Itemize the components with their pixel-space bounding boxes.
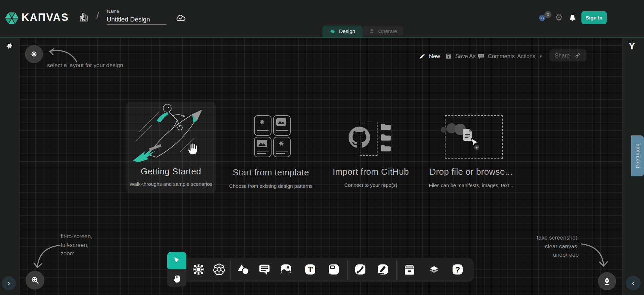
question-mark-icon: ?	[451, 263, 464, 276]
tab-operate-label: Operate	[378, 28, 397, 34]
hint-line: clear canvas,	[524, 242, 579, 251]
text-glyph: T	[308, 265, 313, 274]
expand-left-panel-button[interactable]: ›	[2, 276, 16, 290]
card-title: Getting Started	[126, 166, 216, 177]
card-subtitle: Choose from existing design patterns	[220, 183, 321, 189]
left-panel-strip	[0, 38, 20, 295]
archive-drawer-icon	[402, 262, 417, 277]
comment-bubble-icon	[258, 263, 271, 276]
layout-hint-text: select a layout for your design	[47, 62, 123, 69]
hand-cursor-icon	[186, 140, 200, 156]
folder-icon	[380, 133, 391, 141]
pen-nib-icon	[603, 277, 611, 286]
new-label: New	[429, 53, 440, 59]
layout-picker-button[interactable]	[25, 45, 43, 63]
image-icon	[257, 140, 267, 147]
pan-hand-tool[interactable]	[167, 269, 186, 287]
cloud-saved-icon	[175, 13, 186, 22]
toolbar-separator	[230, 260, 231, 280]
hand-icon	[172, 273, 182, 283]
card-title: Import from GitHub	[320, 167, 421, 177]
canvas-actions-hint-arrow	[579, 239, 610, 269]
hint-line: take screenshot,	[524, 234, 579, 242]
sticky-note-icon	[327, 263, 341, 276]
toolbar-separator	[347, 260, 348, 280]
layout-hint-arrow	[46, 47, 78, 64]
rocket-doodle-illustration	[130, 101, 214, 165]
image-icon	[276, 118, 286, 126]
card-subtitle: Connect to your repo(s)	[320, 182, 421, 188]
expand-right-panel-button[interactable]: ‹	[626, 276, 641, 290]
settings-gear-icon[interactable]: ⚙	[555, 12, 563, 23]
sign-in-button[interactable]: Sign In	[581, 11, 607, 24]
layout-asterisk-icon	[30, 50, 38, 58]
canvas-actions-hint-text: take screenshot, clear canvas, undo/redo	[524, 234, 579, 259]
tab-design[interactable]: Design	[322, 26, 362, 37]
hint-line: undo/redo	[524, 251, 579, 259]
card-subtitle: Files can be manifests, images, text...	[421, 182, 522, 188]
actions-dropdown[interactable]: Actions ▾	[517, 50, 542, 62]
magnifier-plus-icon	[30, 276, 40, 285]
share-label: Share	[555, 52, 570, 59]
comments-icon	[477, 52, 485, 60]
pencil-draw-tool[interactable]	[375, 262, 391, 277]
zoom-controls-button[interactable]	[26, 271, 44, 290]
hint-line: fit-to-screen,	[61, 232, 92, 241]
image-tool[interactable]	[278, 262, 294, 277]
card-title: Start from template	[220, 167, 321, 178]
design-name-label: Name	[107, 9, 119, 14]
feedback-tab[interactable]: Feedback	[631, 135, 644, 176]
tab-design-label: Design	[339, 28, 355, 34]
card-title: Drop file or browse...	[421, 167, 522, 177]
layers-tool[interactable]	[426, 262, 442, 277]
blob-circle	[441, 127, 447, 133]
spinner-spiral-icon	[5, 42, 14, 50]
card-start-from-template[interactable]	[244, 111, 299, 160]
help-tool[interactable]: ?	[450, 262, 465, 277]
chevron-right-icon: ›	[7, 279, 10, 288]
pencil-icon	[418, 52, 426, 60]
canvas-actions-button[interactable]	[598, 272, 616, 290]
template-tile	[273, 115, 291, 136]
kanvas-logo-icon	[4, 10, 20, 26]
pen-tool[interactable]	[353, 262, 368, 277]
chip-icon	[192, 263, 205, 276]
component-chip-tool[interactable]	[191, 262, 206, 277]
image-icon	[279, 263, 293, 276]
chevron-down-icon: ▾	[540, 54, 542, 59]
hint-line: full-screen,	[61, 241, 92, 250]
layers-icon	[427, 262, 441, 277]
pinwheel-icon	[258, 118, 266, 126]
share-button[interactable]: Share	[549, 49, 586, 61]
text-icon: T	[303, 263, 317, 276]
pencil-scribble-icon	[376, 263, 390, 276]
share-link-icon	[574, 52, 581, 59]
folder-icon	[380, 144, 391, 152]
archive-tool[interactable]	[402, 262, 417, 277]
save-as-button[interactable]: Save As	[445, 50, 476, 62]
design-pinwheel-icon	[329, 28, 336, 35]
tab-operate[interactable]: Operate	[362, 26, 403, 37]
select-cursor-tool[interactable]	[167, 252, 186, 269]
card-subtitle: Walk-throughs and sample scenarios	[120, 181, 221, 187]
shapes-tool[interactable]	[236, 262, 251, 277]
notifications-bell-icon[interactable]	[568, 14, 577, 22]
cursor-arrow-icon	[173, 256, 181, 265]
pinwheel-icon	[278, 140, 285, 147]
organization-icon	[78, 12, 89, 23]
design-name-input[interactable]	[107, 15, 167, 25]
text-tool[interactable]: T	[302, 262, 318, 277]
sticky-note-tool[interactable]	[326, 262, 342, 277]
actions-label: Actions	[517, 53, 535, 59]
hint-line: zoom	[61, 249, 92, 258]
template-tile	[254, 137, 272, 157]
drop-file-zone[interactable]	[445, 115, 503, 159]
kubernetes-tool[interactable]	[211, 262, 227, 277]
app-header: KAΠVAS / Name Design Operate	[0, 0, 644, 37]
cluster-count-badge: 0	[544, 11, 551, 18]
viewport-hint-arrow	[30, 241, 62, 272]
new-design-button[interactable]: New	[418, 50, 440, 62]
comment-tool[interactable]	[257, 262, 272, 277]
comments-button[interactable]: Comments	[477, 50, 515, 62]
viewport-hint-text: fit-to-screen, full-screen, zoom	[61, 232, 92, 258]
